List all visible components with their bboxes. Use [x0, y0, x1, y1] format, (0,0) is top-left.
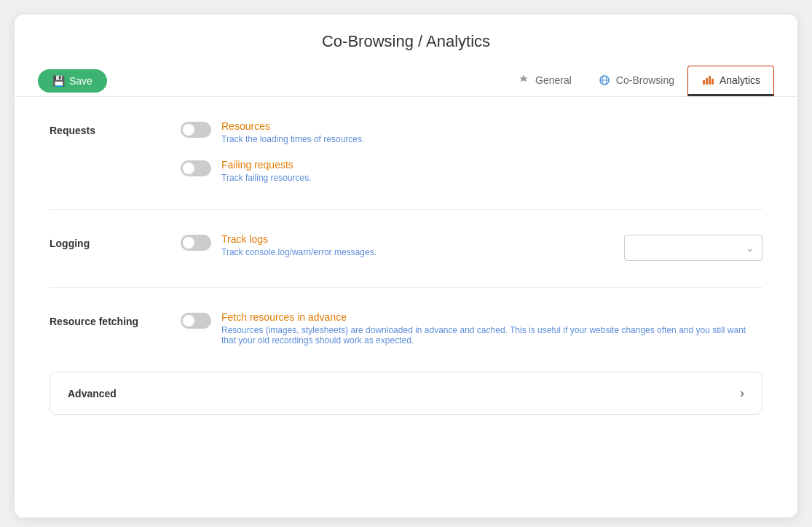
general-icon [517, 74, 530, 87]
save-icon: 💾 [52, 75, 65, 87]
section-controls-resource-fetching: Fetch resources in advance Resources (im… [181, 311, 762, 346]
save-button[interactable]: 💾 Save [38, 69, 107, 93]
main-card: Co-Browsing / Analytics 💾 Save General [15, 15, 797, 518]
chevron-down-icon: ⌄ [746, 242, 754, 254]
control-text-logs: Track logs Track console.log/warn/error … [221, 233, 614, 257]
section-label-resource-fetching: Resource fetching [50, 311, 181, 327]
tab-general[interactable]: General [504, 66, 585, 96]
svg-rect-6 [712, 79, 714, 85]
tab-analytics[interactable]: Analytics [687, 66, 774, 96]
control-row-failing: Failing requests Track failing resources… [181, 159, 762, 183]
advanced-section[interactable]: Advanced › [50, 372, 762, 415]
control-text-failing: Failing requests Track failing resources… [221, 159, 762, 183]
header: Co-Browsing / Analytics 💾 Save General [15, 15, 797, 97]
nav-tabs: General Co-Browsing [504, 66, 774, 96]
divider-2 [50, 287, 762, 288]
control-title-fetch: Fetch resources in advance [221, 311, 762, 323]
control-desc-resources: Track the loading times of resources. [221, 134, 762, 144]
analytics-icon [701, 74, 714, 87]
section-label-requests: Requests [50, 120, 181, 136]
toggle-resources[interactable] [181, 122, 211, 138]
toggle-failing-requests[interactable] [181, 160, 211, 176]
page-title: Co-Browsing / Analytics [38, 32, 774, 51]
toolbar: 💾 Save General [38, 66, 774, 96]
toggle-fetch-resources[interactable] [181, 313, 211, 329]
content: Requests Resources Track the loading tim… [15, 97, 797, 438]
toggle-track-logs[interactable] [181, 235, 211, 251]
divider-1 [50, 209, 762, 210]
control-text-fetch: Fetch resources in advance Resources (im… [221, 311, 762, 346]
control-title-resources: Resources [221, 120, 762, 132]
control-text-resources: Resources Track the loading times of res… [221, 120, 762, 144]
svg-rect-4 [706, 78, 708, 85]
tab-cobrowsing[interactable]: Co-Browsing [585, 66, 687, 96]
log-level-select[interactable]: ⌄ [624, 235, 762, 261]
chevron-right-icon: › [740, 386, 744, 401]
section-requests: Requests Resources Track the loading tim… [50, 120, 762, 183]
control-row-resources: Resources Track the loading times of res… [181, 120, 762, 144]
control-row-fetch: Fetch resources in advance Resources (im… [181, 311, 762, 346]
section-controls-requests: Resources Track the loading times of res… [181, 120, 762, 183]
logging-row: Track logs Track console.log/warn/error … [181, 233, 762, 261]
svg-rect-3 [703, 80, 705, 85]
dropdown-container: ⌄ [624, 233, 762, 261]
advanced-label: Advanced [68, 388, 117, 399]
control-desc-failing: Track failing resources. [221, 173, 762, 183]
control-title-failing: Failing requests [221, 159, 762, 171]
control-desc-logs: Track console.log/warn/error messages. [221, 247, 614, 257]
control-desc-fetch: Resources (images, stylesheets) are down… [221, 325, 762, 346]
cobrowsing-icon [598, 74, 611, 87]
svg-rect-5 [709, 76, 711, 85]
section-controls-logging: Track logs Track console.log/warn/error … [181, 233, 762, 261]
section-resource-fetching: Resource fetching Fetch resources in adv… [50, 311, 762, 346]
section-logging: Logging Track logs Track console.log/war… [50, 233, 762, 261]
control-title-logs: Track logs [221, 233, 614, 245]
section-label-logging: Logging [50, 233, 181, 249]
